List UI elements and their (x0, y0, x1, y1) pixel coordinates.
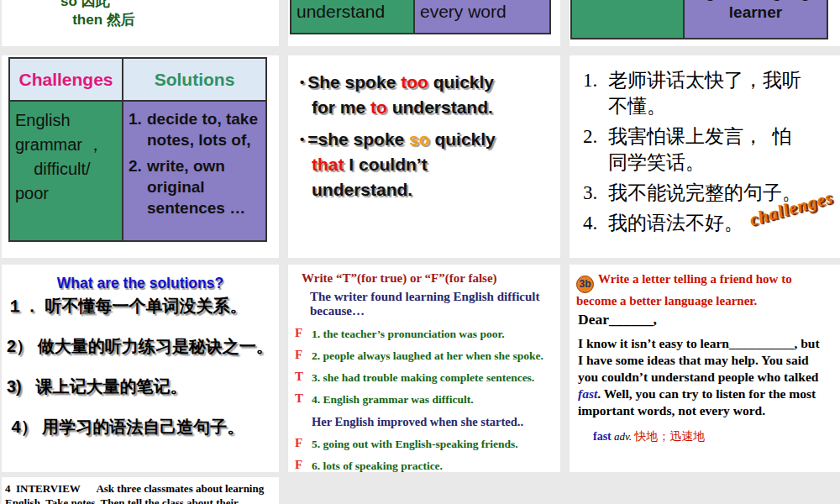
slide-4-challenges-solutions[interactable]: Challenges Solutions English grammar ， d… (2, 55, 279, 258)
item-number: 2. (583, 123, 608, 176)
tf-statement: 2. people always laughed at her when she… (312, 349, 543, 363)
linking-words-text: so 因此 then 然后 (60, 0, 135, 29)
cell-text: learner (729, 3, 782, 23)
highlight-so: so (409, 129, 430, 149)
exercise-prompt: Write “T”(for true) or “F”(for false) (302, 271, 557, 286)
item-number: 1. (583, 67, 608, 119)
item-text: 我不能说完整的句子。 (608, 180, 801, 206)
solution-line: １． 听不懂每一个单词没关系。 (7, 297, 276, 316)
text: I know it isn’t easy to learn__________,… (578, 336, 820, 384)
vocab-pos: adv. (612, 430, 635, 443)
tf-subheading-row: Her English improved when she started.. (295, 414, 557, 429)
item-number: 4. (583, 210, 608, 236)
slide-title: What are the solutions? (2, 275, 279, 292)
item-text: 我的语法不好。 (608, 210, 743, 236)
task-heading: 3bWrite a letter telling a friend how to… (576, 271, 832, 309)
task-badge: 3b (576, 276, 594, 293)
exercise-body: Write “T”(for true) or “F”(for false) Th… (295, 271, 557, 472)
learner-table: a good language learner (570, 0, 828, 39)
bullet-sentence-2: •=she spoke so quickly that I couldn’t u… (297, 127, 550, 202)
tf-row: F 2. people always laughed at her when s… (295, 349, 557, 363)
tf-answer: F (295, 327, 312, 341)
item-number: 1. (129, 108, 147, 150)
table-cell-empty (572, 0, 683, 38)
tf-statement: 4. English grammar was difficult. (312, 392, 474, 407)
text: She spoke (307, 72, 401, 92)
vocab-note: fast adv. 快地；迅速地 (593, 429, 705, 444)
vocab-word: fast (593, 430, 612, 443)
highlight-fast: fast (578, 386, 597, 401)
cell-text: understand (297, 2, 413, 22)
text: understand. (387, 97, 493, 117)
highlight-that: that (312, 155, 344, 174)
highlight-too: too (401, 72, 428, 92)
item-text: write, own original sentences … (147, 155, 245, 218)
highlight-to: to (370, 97, 387, 117)
tf-statement: 1. the teacher’s pronunciation was poor. (312, 327, 505, 341)
slide-6-chinese-challenges[interactable]: 1. 老师讲话太快了，我听 不懂。 2. 我害怕课上发言， 怕 同学笑话。 3.… (570, 55, 840, 258)
tf-answer: T (295, 392, 312, 407)
tf-answer: F (295, 349, 312, 363)
slide-1-top-left[interactable]: so 因此 then 然后 (2, 0, 279, 46)
slide-3-top-right[interactable]: a good language learner (570, 0, 840, 46)
letter-salutation: Dear______, (578, 311, 657, 328)
tf-row: T 3. she had trouble making complete sen… (295, 370, 557, 385)
solution-line: 3) 课上记大量的笔记。 (7, 377, 276, 396)
exercise-intro: The writer found learning English diffic… (310, 290, 557, 318)
text: for me (312, 97, 370, 117)
slide-10-interview[interactable]: 4 INTERVIEW Ask three classmates about l… (2, 477, 279, 504)
slide-5-sentences[interactable]: •She spoke too quickly for me to underst… (288, 55, 560, 258)
solutions-cell: 1. decide to, take notes, lots of, 2. wr… (123, 100, 265, 240)
bullet-icon: • (300, 75, 307, 89)
item-text: 我害怕课上发言， 怕 同学笑话。 (608, 123, 792, 176)
interview-task-text: 4 INTERVIEW Ask three classmates about l… (5, 482, 277, 504)
tf-answer: F (295, 437, 312, 451)
header-challenges: Challenges (10, 59, 123, 100)
tf-answer: F (295, 459, 312, 472)
slide-8-true-false[interactable]: Write “T”(for true) or “F”(for false) Th… (288, 265, 560, 472)
slide-9-letter[interactable]: 3bWrite a letter telling a friend how to… (570, 265, 840, 472)
sentence-bullets: •She spoke too quickly for me to underst… (297, 70, 550, 209)
list-item: 1. 老师讲话太快了，我听 不懂。 (583, 67, 837, 119)
text: understand. (312, 180, 412, 199)
challenges-solutions-table: Challenges Solutions English grammar ， d… (8, 57, 267, 242)
solution-lines: １． 听不懂每一个单词没关系。 2） 做大量的听力练习是秘诀之一。 3) 课上记… (7, 297, 276, 458)
text: I couldn’t (344, 155, 428, 174)
solution-line: 2） 做大量的听力练习是秘诀之一。 (7, 337, 276, 356)
slide-7-solutions[interactable]: What are the solutions? １． 听不懂每一个单词没关系。 … (2, 265, 279, 472)
slide-sheet: { "colors": { "page_bg": "#e9e9e9", "gre… (0, 0, 840, 504)
item-number: 2. (129, 155, 147, 218)
text: quickly (430, 129, 496, 149)
slide-2-top-middle[interactable]: understand every word (288, 0, 560, 46)
cell-text: every word (420, 2, 549, 22)
vocab-definition: 快地；迅速地 (634, 430, 705, 443)
table-cell-understand: understand (291, 0, 413, 33)
solution-item: 1. decide to, take notes, lots of, (129, 108, 262, 150)
header-solutions: Solutions (123, 59, 265, 100)
tf-answer: T (295, 370, 312, 385)
task-instruction: Write a letter telling a friend how to b… (576, 272, 792, 307)
list-item: 2. 我害怕课上发言， 怕 同学笑话。 (583, 123, 837, 176)
tf-statement: 6. lots of speaking practice. (312, 459, 443, 472)
item-text: 老师讲话太快了，我听 不懂。 (608, 67, 801, 119)
text: . Well, you can try to listen for the mo… (578, 386, 816, 417)
text: quickly (428, 72, 494, 92)
solution-line: 4） 用学习的语法自己造句子。 (7, 417, 276, 437)
table-cell-learner: a good language learner (683, 0, 827, 38)
tf-statement: 3. she had trouble making complete sente… (312, 370, 534, 385)
tf-subheading: Her English improved when she started.. (312, 414, 523, 429)
tf-row: F 6. lots of speaking practice. (295, 459, 557, 472)
tf-row: F 5. going out with English-speaking fri… (295, 437, 557, 451)
text: =she spoke (307, 129, 409, 149)
tf-answer (295, 414, 312, 429)
solution-item: 2. write, own original sentences … (129, 155, 262, 218)
understand-table: understand every word (290, 0, 551, 34)
tf-row: T 4. English grammar was difficult. (295, 392, 557, 407)
bullet-sentence-1: •She spoke too quickly for me to underst… (297, 70, 550, 120)
item-text: decide to, take notes, lots of, (147, 108, 258, 150)
challenge-cell: English grammar ， difficult/ poor (10, 100, 123, 240)
bullet-icon: • (300, 132, 307, 146)
table-cell-every-word: every word (413, 0, 549, 33)
tf-statement: 5. going out with English-speaking frien… (312, 437, 518, 451)
letter-body: I know it isn’t easy to learn__________,… (578, 335, 837, 419)
